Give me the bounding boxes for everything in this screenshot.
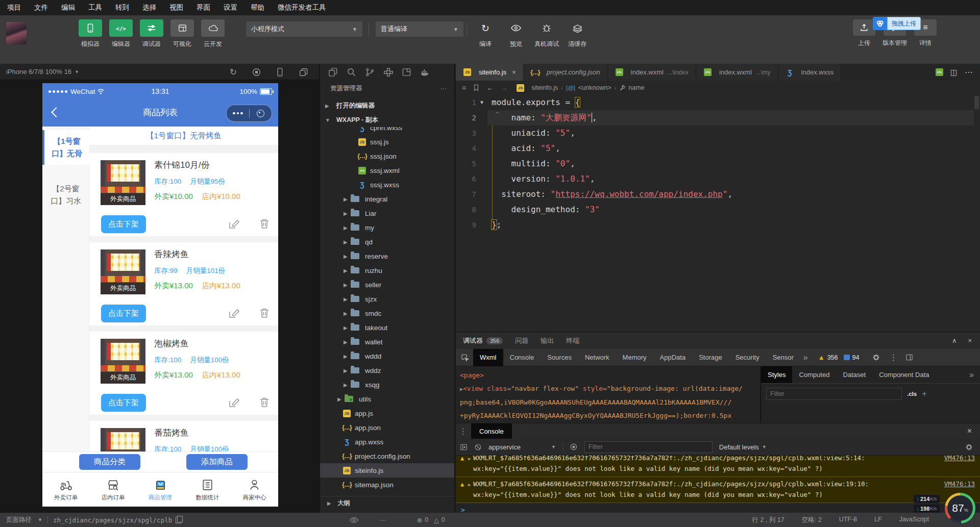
refresh-icon[interactable]: ↻ (230, 67, 237, 78)
bookmark-icon[interactable] (473, 84, 479, 91)
problems-summary[interactable]: ⊗ 0 △ 0 (417, 516, 445, 524)
styles-filter-input[interactable] (766, 388, 902, 400)
mode-select[interactable]: 小程序模式▼ (246, 21, 362, 37)
eye-icon[interactable] (350, 517, 358, 523)
devtools-tab-appdata[interactable]: AppData (653, 349, 693, 366)
outline-icon[interactable]: ≡ (462, 84, 466, 92)
status-segment-1[interactable]: 空格: 2 (802, 516, 822, 524)
record-icon[interactable] (252, 68, 261, 77)
editor-tab-index.wxml[interactable]: <>index.wxml...\my (696, 64, 778, 81)
tree-folder-sjzx[interactable]: ▶sjzx (320, 292, 454, 306)
tree-folder-smdc[interactable]: ▶smdc (320, 306, 454, 320)
console-warning[interactable]: ▲▶WXMLRT_$7a685f636a6469616e632f70616765… (456, 477, 980, 503)
styles-tab-computed[interactable]: Computed (792, 366, 836, 383)
status-segment-3[interactable]: LF (874, 516, 882, 524)
panel-tab-终端[interactable]: 终端 (566, 336, 579, 345)
tabs-overflow-icon[interactable]: » (969, 370, 974, 380)
editor-tab-siteinfo.js[interactable]: JSsiteinfo.js× (456, 64, 524, 81)
compile-select[interactable]: 普通编译▼ (376, 21, 463, 37)
log-levels-select[interactable]: Default levels ▼ (719, 443, 767, 451)
wxml-tree-pane[interactable]: <page>▶<view class="navbar flex-row" sty… (456, 366, 760, 423)
console-settings-icon[interactable] (965, 443, 973, 451)
simulator-button[interactable]: 模拟器 (76, 19, 105, 48)
issue-counts[interactable]: ▲ 356 94 (818, 354, 860, 361)
git-branch-icon[interactable] (365, 67, 375, 77)
extensions-icon[interactable] (383, 67, 393, 77)
tree-file-siteinfo.js[interactable]: JSsiteinfo.js (320, 463, 454, 478)
more-options-icon[interactable]: ⋮ (889, 353, 897, 362)
editor-scrollbar[interactable] (974, 96, 979, 109)
tree-file-sssj.wxml[interactable]: <>sssj.wxml (320, 163, 454, 178)
delete-product-icon[interactable] (258, 307, 271, 320)
drag-handle-icon[interactable]: ⋮ (459, 426, 467, 436)
tabbar-bag[interactable]: 商品管理 (137, 472, 184, 507)
page-path-select[interactable]: 页面路径 ▼ (6, 516, 42, 524)
menu-item-帮助[interactable]: 帮助 (251, 3, 264, 12)
editor-tab-project.config.json[interactable]: {…}project.config.json (524, 64, 608, 81)
tree-folder-reserve[interactable]: ▶reserve (320, 249, 454, 263)
tree-folder-seller[interactable]: ▶seller (320, 278, 454, 292)
tree-file-sitemap.json[interactable]: {…}sitemap.json (320, 478, 454, 492)
console-prompt[interactable]: > (456, 503, 980, 513)
tree-folder-qd[interactable]: ▶qd (320, 235, 454, 249)
tree-folder-utils[interactable]: ▶utils (320, 392, 454, 406)
breadcrumb-item[interactable]: siteinfo.js (531, 84, 558, 91)
edit-product-icon[interactable] (227, 396, 240, 409)
live-expression-eye-icon[interactable] (570, 443, 578, 451)
devtools-tab-sensor[interactable]: Sensor (766, 349, 800, 366)
sidebar-category-2[interactable]: 【2号窗口】习水 (42, 178, 89, 212)
menu-item-编辑[interactable]: 编辑 (61, 3, 75, 12)
device-select[interactable]: iPhone 6/7/8 100% 16 (6, 68, 71, 76)
delete-product-icon[interactable] (258, 396, 271, 409)
tabbar-report[interactable]: 数据统计 (184, 472, 231, 507)
source-link[interactable]: VM476:13 (944, 456, 975, 463)
copy-path-icon[interactable] (176, 517, 181, 523)
tree-folder-xsqg[interactable]: ▶xsqg (320, 378, 454, 392)
code-area[interactable]: ⋯ 1▼module.exports = {2 name: "大鹏资源网",3 … (456, 95, 980, 332)
section-project-root[interactable]: ▼ WXAPP - 副本 (320, 113, 454, 127)
status-segment-4[interactable]: JavaScript (899, 516, 929, 524)
clear-console-icon[interactable] (474, 443, 482, 451)
tabs-overflow-icon[interactable]: » (803, 353, 808, 362)
split-editor-icon[interactable]: ◫ (950, 68, 958, 77)
wxml-line[interactable]: +pyRyIAAAACklEQVQI12NgAAAAggCByxOyYQAAAA… (460, 409, 760, 422)
menu-item-选择[interactable]: 选择 (142, 3, 156, 12)
wxml-line[interactable]: <page> (460, 369, 760, 382)
device-icon[interactable] (276, 68, 284, 77)
menu-item-转到[interactable]: 转到 (115, 3, 129, 12)
page-path-value[interactable]: zh_cjdianc/pages/sjzx/spgl/cplb (53, 516, 172, 524)
expand-icon[interactable]: ▶ (468, 456, 471, 464)
editor-tab-index.wxss[interactable]: Ʒindex.wxss (778, 64, 842, 81)
compile-button[interactable]: ↻编译 (471, 19, 500, 48)
close-panel-icon[interactable]: × (968, 337, 972, 344)
console-sidebar-icon[interactable] (460, 443, 468, 451)
tree-file-cphh.wxss[interactable]: Ʒcphh.wxss (320, 127, 454, 135)
tree-file-sssj.json[interactable]: {…}sssj.json (320, 149, 454, 163)
tree-file-sssj.wxss[interactable]: Ʒsssj.wxss (320, 178, 454, 192)
tree-file-project.config.json[interactable]: {…}project.config.json (320, 449, 454, 463)
take-off-shelf-button[interactable]: 点击下架 (101, 215, 146, 233)
section-outline[interactable]: ▶ 大纲 (320, 496, 454, 510)
more-icon[interactable]: ⋯ (380, 516, 386, 524)
devtools-tab-console[interactable]: Console (503, 349, 541, 366)
settings-gear-icon[interactable] (872, 354, 880, 361)
take-off-shelf-button[interactable]: 点击下架 (101, 394, 146, 412)
console-tab[interactable]: Console (471, 423, 512, 439)
editor-tab-index.wxml[interactable]: <>index.wxml...\index (608, 64, 696, 81)
sidebar-category-1[interactable]: 【1号窗口】无骨 (42, 130, 89, 165)
console-warning[interactable]: ▲▶WXMLRT_$7a685f636a6469616e632f70616765… (456, 456, 980, 477)
tree-folder-wddd[interactable]: ▶wddd (320, 349, 454, 363)
tree-file-app.js[interactable]: JSapp.js (320, 406, 454, 420)
menu-item-设置[interactable]: 设置 (224, 3, 237, 12)
tree-folder-takeout[interactable]: ▶takeout (320, 320, 454, 335)
tabbar-scooter[interactable]: 外卖订单 (42, 472, 89, 507)
add-product-button[interactable]: 添加商品 (186, 454, 248, 470)
more-actions-icon[interactable]: ⋯ (965, 67, 973, 77)
panel-tab-调试器[interactable]: 调试器356 (463, 336, 503, 345)
styles-tab-styles[interactable]: Styles (761, 366, 792, 383)
category-manage-button[interactable]: 商品分类 (79, 454, 140, 470)
visual-button[interactable]: 可视化 (167, 19, 197, 48)
devtools-tab-security[interactable]: Security (729, 349, 766, 366)
delete-product-icon[interactable] (258, 217, 271, 231)
wxml-line[interactable]: ▶<view class="navbar flex-row" style="ba… (460, 382, 760, 396)
